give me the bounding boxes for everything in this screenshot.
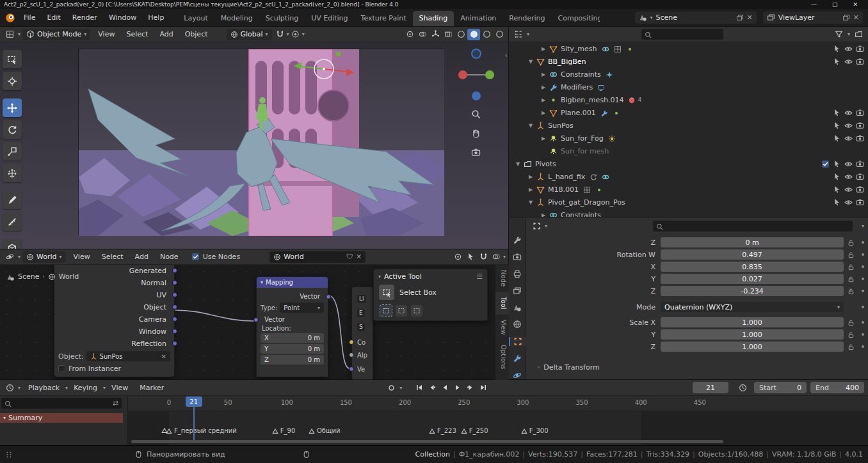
jump-to-next-keyframe-button[interactable] <box>464 382 477 393</box>
timeline-marker-f-300[interactable]: F_300 <box>521 427 549 434</box>
lock-toggle[interactable] <box>844 343 858 350</box>
value-field[interactable]: -0.234 <box>661 286 844 296</box>
normal-socket[interactable] <box>172 280 177 285</box>
lock-toggle[interactable] <box>844 319 858 326</box>
menu-edit[interactable]: Edit <box>41 13 66 22</box>
add-cube-tool[interactable] <box>3 239 22 249</box>
camera-toggle[interactable] <box>856 172 864 181</box>
timeline-menu-keying[interactable]: Keying <box>68 384 103 392</box>
rotation-mode-dropdown[interactable]: Quaternion (WXYZ)▾ <box>661 302 844 312</box>
workspace-tab-rendering[interactable]: Rendering <box>502 11 551 26</box>
value-field[interactable]: 0.027 <box>661 274 844 284</box>
scene-selector[interactable]: ▾ Scene ✕ <box>635 12 757 24</box>
snap-magnet-button[interactable] <box>274 29 287 40</box>
overlays-button[interactable] <box>416 29 429 40</box>
channel-search-input[interactable]: ⇄ <box>1 398 122 409</box>
workspace-tab-shading[interactable]: Shading <box>413 11 454 26</box>
animate-dot[interactable] <box>858 253 868 256</box>
window-socket[interactable] <box>172 329 177 334</box>
animate-dot[interactable] <box>858 241 868 244</box>
unlink-scene-icon[interactable]: ✕ <box>747 13 753 22</box>
outliner-row-sunpos[interactable]: ▼SunPos <box>509 119 868 132</box>
animate-dot[interactable] <box>858 265 868 268</box>
properties-tab-viewlayer[interactable] <box>509 286 526 295</box>
select-mode-subtract-button[interactable] <box>411 305 422 317</box>
proportional-button[interactable] <box>289 29 302 40</box>
camera-toggle[interactable] <box>856 159 864 168</box>
lock-toggle[interactable] <box>844 276 858 283</box>
overlays-button[interactable] <box>490 251 503 263</box>
timeline-marker-f-223[interactable]: F_223 <box>429 427 456 434</box>
sidebar-tab-node[interactable]: Node <box>495 265 509 292</box>
workspace-tab-animation[interactable]: Animation <box>454 11 502 26</box>
properties-options-icon[interactable]: ▾ <box>862 223 864 229</box>
lock-toggle[interactable] <box>844 331 858 338</box>
uv-socket[interactable] <box>172 292 177 297</box>
timeline-menu-marker[interactable]: Marker <box>134 384 170 392</box>
value-field[interactable]: 1.000 <box>661 329 844 340</box>
properties-tab-output[interactable] <box>509 269 526 278</box>
world-name-field[interactable]: World 🛡 ✕ <box>269 251 366 263</box>
shading-rendered-button[interactable] <box>493 29 506 40</box>
properties-search-input[interactable] <box>653 221 853 231</box>
menu-window[interactable]: Window <box>103 13 142 22</box>
sidebar-tab-view[interactable]: View <box>495 315 509 340</box>
collapse-region-icon[interactable]: ‹ <box>505 51 508 59</box>
new-collection-icon[interactable] <box>852 29 865 40</box>
shader-menu-node[interactable]: Node <box>154 253 184 261</box>
outliner-row-constraints[interactable]: ▶Constraints <box>509 68 868 81</box>
delta-transform-panel[interactable]: ›Delta Transform <box>526 361 868 373</box>
select-mode-new-button[interactable] <box>380 305 392 317</box>
measure-tool[interactable] <box>3 212 22 231</box>
value-field[interactable]: 1.000 <box>661 317 844 327</box>
timeline-marker-общий[interactable]: Общий <box>309 427 340 434</box>
properties-tab-modifier[interactable] <box>509 354 526 363</box>
animate-dot[interactable] <box>858 333 868 336</box>
properties-tab-world[interactable] <box>509 320 526 329</box>
eye-toggle[interactable] <box>844 121 853 130</box>
shading-material-button[interactable] <box>480 29 493 40</box>
expand-icon[interactable]: ▶ <box>540 46 547 52</box>
workspace-tab-layout[interactable]: Layout <box>177 11 214 26</box>
animate-dot[interactable] <box>858 345 868 348</box>
check-toggle[interactable] <box>821 159 830 168</box>
eye-toggle[interactable] <box>844 185 853 194</box>
rotate-tool[interactable] <box>3 120 22 139</box>
summary-channel[interactable]: ▾Summary <box>0 413 123 423</box>
eye-toggle[interactable] <box>844 57 853 66</box>
object-socket[interactable] <box>172 304 177 310</box>
camera-toggle[interactable] <box>856 44 864 53</box>
cursor-toggle[interactable] <box>833 185 841 194</box>
expand-icon[interactable]: ▶ <box>527 187 534 192</box>
location-z-field[interactable]: Z0 m <box>261 355 324 365</box>
mode-dropdown[interactable]: Object Mode▾ <box>22 29 90 40</box>
snap-magnet-button[interactable] <box>478 251 490 263</box>
location-x-field[interactable]: X0 m <box>261 333 324 343</box>
panel-menu-icon[interactable]: ☰ <box>476 272 483 281</box>
workspace-tab-texture-paint[interactable]: Texture Paint <box>355 11 413 26</box>
expand-icon[interactable]: ▼ <box>527 59 534 65</box>
shader-menu-select[interactable]: Select <box>96 253 129 261</box>
expand-icon[interactable]: ▶ <box>527 174 534 180</box>
expand-icon[interactable]: ▶ <box>540 84 547 90</box>
from-instancer-checkbox[interactable]: From Instancer <box>54 361 174 373</box>
jump-to-end-button[interactable] <box>477 382 490 393</box>
scale-tool[interactable] <box>3 142 22 161</box>
zoom-button[interactable] <box>468 106 483 122</box>
lock-toggle[interactable] <box>844 288 858 295</box>
camera-toggle[interactable] <box>856 108 864 117</box>
images-icon[interactable] <box>736 14 744 22</box>
eye-toggle[interactable] <box>844 108 853 117</box>
eye-toggle[interactable] <box>844 159 853 168</box>
mapping-node[interactable]: ▾Mapping Vector Type: Point▾ Vector Loca… <box>256 276 328 377</box>
workspace-tab-sculpting[interactable]: Sculpting <box>259 11 305 26</box>
editor-type-icon[interactable] <box>3 29 16 40</box>
eye-toggle[interactable] <box>844 134 853 143</box>
shader-menu-view[interactable]: View <box>68 253 96 261</box>
generated-socket[interactable] <box>172 268 177 273</box>
timeline-ruler[interactable]: 050100150200250300350400450 <box>0 396 868 411</box>
shading-wireframe-button[interactable] <box>454 29 467 40</box>
images-icon[interactable] <box>842 14 850 22</box>
select-box-tool-icon[interactable] <box>379 285 394 300</box>
camera-view-button[interactable] <box>468 145 483 160</box>
